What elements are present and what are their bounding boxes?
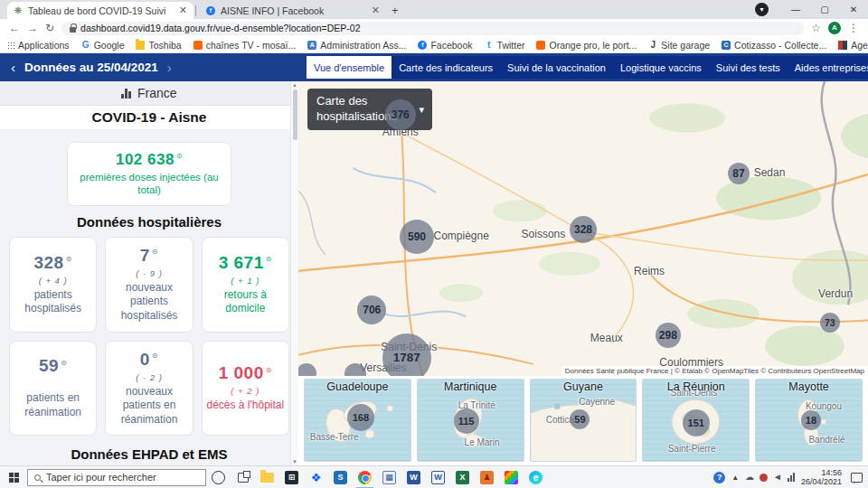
network-icon[interactable]	[788, 473, 795, 482]
stat-label: patients hospitalisés	[13, 288, 93, 316]
territory-map-martinique[interactable]: Martinique115La TrinitéLe Marin	[417, 379, 524, 462]
bookmark-item[interactable]: chaînes TV - mosaï...	[193, 40, 297, 51]
back-icon[interactable]: ←	[9, 22, 20, 34]
territory-map-guadeloupe[interactable]: Guadeloupe168Basse-Terre	[304, 379, 411, 462]
info-icon[interactable]: ⊙	[266, 366, 272, 374]
taskbar-search[interactable]: Taper ici pour rechercher	[27, 469, 206, 486]
bookmark-item[interactable]: JSite garage	[648, 40, 710, 51]
bookmark-item[interactable]: fFacebook	[418, 40, 472, 51]
bookmark-item[interactable]: GGoogle	[81, 40, 125, 51]
stat-delta	[13, 379, 93, 389]
search-placeholder: Taper ici pour rechercher	[46, 472, 156, 483]
bookmark-item[interactable]: tTwitter	[485, 40, 525, 51]
map-bubble[interactable]: 376	[385, 99, 416, 130]
browser-tabstrip: ❋Tableau de bord COVID-19 Suivi✕fAISNE I…	[0, 0, 868, 19]
sidebar-scrollbar[interactable]: ▲ ▼	[290, 81, 298, 465]
hospitalisations-map[interactable]: Carte des hospitalisations ▾ 37687590328…	[298, 81, 868, 376]
bookmark-item[interactable]: Toshiba	[136, 40, 181, 51]
territory-map-la-réunion[interactable]: La Réunion151Saint-DenisSaint-Pierre	[642, 379, 750, 462]
store-taskbar-button[interactable]: ⊞	[279, 466, 304, 488]
alert-icon[interactable]	[760, 474, 768, 482]
next-date-icon[interactable]: ›	[167, 60, 172, 75]
cloud-icon[interactable]: ☁	[745, 473, 754, 482]
country-selector[interactable]: France	[0, 81, 298, 106]
bookmark-item[interactable]: AAdministration Ass...	[307, 40, 406, 51]
bookmark-item[interactable]: Orange pro, le port...	[536, 40, 637, 51]
map-bubble[interactable]: 590	[400, 220, 434, 254]
word-taskbar-button[interactable]: W	[401, 466, 426, 488]
scrollbar-thumb[interactable]	[293, 89, 297, 140]
profile-avatar[interactable]: A	[828, 22, 841, 34]
territory-map-mayotte[interactable]: Mayotte18KoungouBandrélé	[755, 379, 863, 462]
aw-icon: A	[307, 41, 316, 50]
territory-bubble[interactable]: 151	[683, 409, 710, 436]
info-icon[interactable]: ⊙	[66, 255, 72, 263]
taskbar-clock[interactable]: 14:56 26/04/2021	[801, 468, 842, 487]
forward-icon[interactable]: →	[27, 22, 38, 34]
map-bubble[interactable]: 706	[357, 296, 386, 324]
bookmark-item[interactable]: Applications	[7, 40, 70, 51]
edge-taskbar-button[interactable]: e	[524, 466, 548, 488]
map-bubble[interactable]: 328	[570, 216, 597, 243]
scroll-down-icon[interactable]: ▼	[292, 459, 297, 465]
nav-tab[interactable]: Suivi de la vaccination	[500, 56, 613, 79]
orange-app-taskbar-button[interactable]: ♟	[475, 466, 499, 488]
info-icon[interactable]: ⊙	[176, 152, 183, 160]
bookmark-label: Site garage	[661, 40, 710, 51]
map-bubble[interactable]: 87	[728, 163, 750, 184]
task-view-taskbar-button[interactable]	[231, 466, 255, 488]
bookmark-star-icon[interactable]: ☆	[811, 22, 821, 34]
bookmark-item[interactable]: CCotizasso - Collecte...	[722, 40, 826, 51]
url-field[interactable]: dashboard.covid19.data.gouv.fr/vue-d-ens…	[61, 22, 804, 35]
close-icon[interactable]: ✕	[839, 5, 868, 14]
address-bar: ← → ↻ dashboard.covid19.data.gouv.fr/vue…	[0, 19, 868, 37]
tab-close-icon[interactable]: ✕	[179, 5, 187, 16]
nav-tab[interactable]: Logistique vaccins	[613, 56, 709, 79]
territory-bubble[interactable]: 115	[454, 408, 479, 434]
browser-tab[interactable]: fAISNE INFO | Facebook✕	[200, 2, 386, 19]
bookmarks-bar: ApplicationsGGoogleToshibachaînes TV - m…	[0, 37, 868, 53]
info-icon[interactable]: ⊙	[61, 359, 67, 367]
territory-bubble[interactable]: 18	[801, 410, 821, 430]
start-button[interactable]	[0, 466, 27, 488]
chevron-up-icon[interactable]: ▲	[731, 474, 739, 482]
file-explorer-taskbar-button[interactable]	[255, 466, 279, 488]
map-bubble[interactable]: 1787	[382, 333, 431, 376]
info-icon[interactable]: ⊙	[266, 255, 272, 263]
city-label: Verdun	[818, 287, 853, 300]
dropbox-taskbar-button[interactable]: ❖	[304, 466, 328, 488]
nav-tab[interactable]: Carte des indicateurs	[392, 56, 500, 79]
action-center-icon[interactable]	[851, 473, 863, 483]
tab-close-icon[interactable]: ✕	[372, 5, 380, 16]
territory-bubble[interactable]: 59	[570, 409, 590, 429]
excel-taskbar-button[interactable]: X	[450, 466, 475, 488]
previous-date-icon[interactable]: ‹	[11, 60, 15, 75]
info-icon[interactable]: ⊙	[152, 248, 158, 256]
territory-bubble[interactable]: 168	[347, 404, 374, 431]
map-bubble[interactable]: 73	[820, 313, 840, 333]
scroll-up-icon[interactable]: ▲	[292, 82, 297, 88]
skype-taskbar-button[interactable]: S	[328, 466, 353, 488]
map-bubble[interactable]: 298	[656, 323, 681, 348]
minimize-icon[interactable]: —	[781, 5, 810, 14]
browser-tab[interactable]: ❋Tableau de bord COVID-19 Suivi✕	[7, 2, 193, 19]
skype-icon: S	[334, 471, 347, 484]
bookmark-item[interactable]: Agenda Premier Mi...	[838, 40, 868, 51]
chrome-taskbar-button[interactable]	[353, 466, 377, 488]
territory-map-guyane[interactable]: Guyane59CayenneCottica	[530, 379, 637, 462]
photos-taskbar-button[interactable]: ▦	[377, 466, 401, 488]
browser-menu-icon[interactable]: ⋮	[848, 22, 859, 34]
nav-tab[interactable]: Aides entreprises	[788, 56, 868, 79]
info-icon[interactable]: ⊙	[152, 352, 158, 360]
rainbow-app-taskbar-button[interactable]	[499, 466, 524, 488]
volume-icon[interactable]: ◄	[773, 473, 782, 482]
document-taskbar-button[interactable]: W	[426, 466, 450, 488]
media-controls-button[interactable]: ▾	[755, 3, 769, 16]
reload-icon[interactable]: ↻	[45, 22, 54, 34]
nav-tab[interactable]: Vue d'ensemble	[307, 56, 392, 79]
maximize-icon[interactable]: ▢	[810, 5, 839, 14]
nav-tab[interactable]: Suivi des tests	[709, 56, 788, 79]
cortana-taskbar-button[interactable]	[206, 466, 231, 488]
help-icon[interactable]: ?	[713, 472, 725, 483]
new-tab-button[interactable]: +	[392, 4, 399, 17]
